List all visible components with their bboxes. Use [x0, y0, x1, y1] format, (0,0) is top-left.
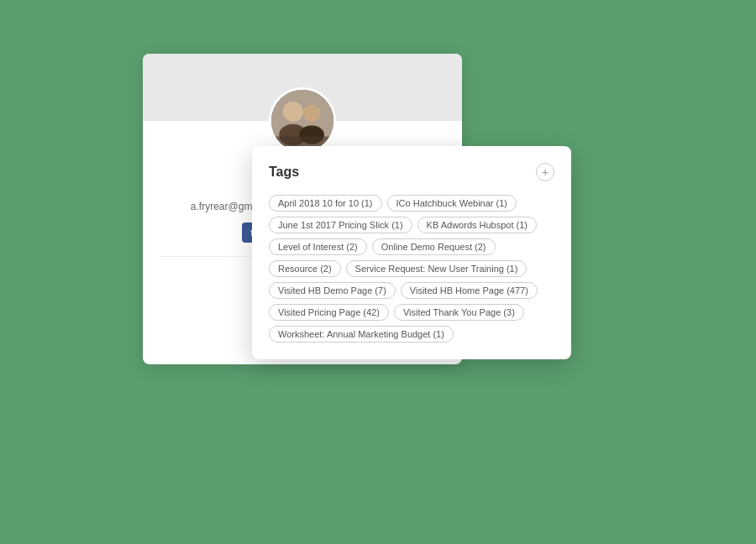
add-tag-button[interactable]: + — [536, 163, 554, 181]
avatar — [269, 87, 336, 154]
list-item[interactable]: Online Demo Request (2) — [372, 238, 496, 255]
tags-list: April 2018 10 for 10 (1)ICo Hatchbuck We… — [269, 195, 554, 343]
tags-title: Tags — [269, 165, 299, 180]
tags-header: Tags + — [269, 163, 554, 181]
list-item[interactable]: Worksheet: Annual Marketing Budget (1) — [269, 326, 454, 343]
list-item[interactable]: Visited Thank You Page (3) — [394, 304, 524, 321]
list-item[interactable]: Resource (2) — [269, 260, 341, 277]
list-item[interactable]: Visited HB Home Page (477) — [401, 282, 538, 299]
tags-card: Tags + April 2018 10 for 10 (1)ICo Hatch… — [252, 146, 571, 359]
scene: Allie Wolff ✏ Green Tree a.fryrear@gmail… — [118, 54, 638, 490]
svg-point-1 — [283, 102, 303, 122]
profile-header-background — [143, 54, 462, 121]
svg-point-3 — [303, 105, 320, 122]
list-item[interactable]: Visited HB Demo Page (7) — [269, 282, 396, 299]
list-item[interactable]: ICo Hatchbuck Webinar (1) — [387, 195, 517, 212]
list-item[interactable]: KB Adwords Hubspot (1) — [417, 217, 537, 233]
avatar-image — [271, 90, 333, 152]
list-item[interactable]: Level of Interest (2) — [269, 238, 367, 255]
list-item[interactable]: Service Request: New User Training (1) — [346, 260, 528, 277]
list-item[interactable]: Visited Pricing Page (42) — [269, 304, 389, 321]
list-item[interactable]: June 1st 2017 Pricing Slick (1) — [269, 217, 412, 233]
list-item[interactable]: April 2018 10 for 10 (1) — [269, 195, 382, 212]
